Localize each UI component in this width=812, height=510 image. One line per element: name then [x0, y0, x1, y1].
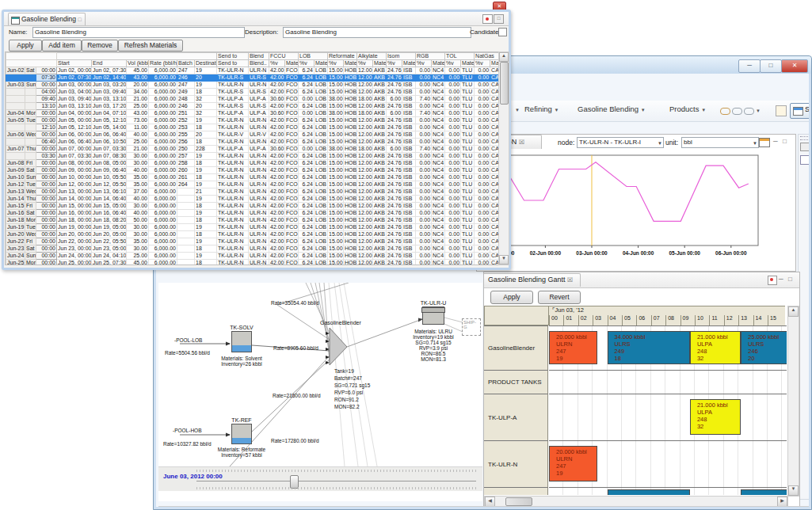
gantt-horizontal-scrollbar[interactable]: ◀ ▶ — [484, 496, 788, 507]
schedule-row[interactable]: Jun-06Wed00:00Jun 06, 00:00Jun 06, 06:40… — [6, 131, 501, 139]
gantt-revert-button[interactable]: Revert — [538, 291, 581, 304]
unit-select[interactable]: bbl▼ — [681, 137, 759, 148]
close-button[interactable]: ✕ — [781, 59, 808, 73]
gantt-row-track[interactable]: 21.000 kbblULPA24832 — [549, 394, 787, 440]
add-item-button[interactable]: Add item — [42, 40, 82, 51]
gantt-alert-icon[interactable] — [768, 276, 777, 285]
gantt-row-track[interactable] — [549, 487, 787, 495]
hour-cell: 04 — [608, 315, 622, 325]
schedule-row[interactable]: Jun-10Sun00:00Jun 10, 00:00Jun 10, 05:50… — [6, 174, 501, 181]
schedule-row[interactable]: Jun-15Fri00:00Jun 15, 00:00Jun 15, 05:00… — [6, 203, 501, 210]
gantt-row-track[interactable]: 20.000 kbblULRN24719 — [549, 440, 787, 487]
tab-gasoline-blending[interactable]: Gasoline Blending □ — [8, 13, 86, 25]
schedule-row[interactable]: 03:30Jun 07, 03:30Jun 07, 08:3030.006,00… — [6, 153, 501, 160]
schedule-row[interactable]: Jun-16Sat00:00Jun 16, 00:00Jun 16, 06:40… — [6, 210, 501, 217]
gantt-bar[interactable] — [608, 489, 690, 495]
gantt-apply-button[interactable]: Apply — [490, 291, 533, 304]
apply-button[interactable]: Apply — [9, 40, 42, 51]
tab-close-icon[interactable]: □ — [78, 17, 81, 22]
schedule-row[interactable]: Jun-13Wed00:00Jun 13, 00:00Jun 13, 06:10… — [6, 188, 501, 196]
ship-node[interactable]: SHIP-G — [462, 318, 481, 336]
schedule-row[interactable]: Jun-07Thu00:00Jun 07, 00:00Jun 07, 03:30… — [6, 146, 501, 153]
blender-info: Tank=19 — [334, 368, 354, 374]
maximize-view-icon[interactable]: □ — [494, 14, 504, 24]
link-2-icon[interactable] — [732, 108, 742, 115]
schedule-row[interactable]: Jun-25Mon00:00Jun 25, 00:00Jun 25, 07:30… — [6, 260, 501, 266]
schedule-row[interactable]: 12:10Jun 05, 12:10Jun 05, 14:0011.006,00… — [6, 124, 501, 131]
schedule-row[interactable]: Jun-12Tue00:00Jun 12, 00:00Jun 12, 05:50… — [6, 181, 501, 188]
gantt-bar[interactable]: 21.000 kbblULPA24832 — [690, 399, 741, 435]
link-icon[interactable] — [720, 108, 730, 115]
tank-info: MON=81.3 — [421, 356, 446, 362]
gantt-bar[interactable] — [741, 489, 787, 495]
minimize-view-icon[interactable]: ─ — [773, 138, 778, 146]
drag-handle-icon[interactable] — [800, 136, 808, 140]
name-input[interactable]: Gasoline Blending — [32, 27, 245, 38]
schedule-row[interactable]: Jun-03Sun00:00Jun 03, 00:00Jun 03, 03:20… — [6, 82, 501, 89]
menu-refining[interactable]: Refining ▼ — [524, 105, 558, 113]
schedule-table[interactable]: Send toBlendFCCULOBReformateAlkylateIsom… — [6, 52, 500, 265]
refresh-materials-button[interactable]: Refresh Materials — [118, 40, 183, 51]
menu-gasoline-blending[interactable]: Gasoline Blending ▼ — [578, 105, 646, 113]
minimize-button[interactable]: ─ — [738, 59, 761, 73]
link-3-icon[interactable] — [744, 108, 754, 115]
remove-button[interactable]: Remove — [82, 40, 118, 51]
maximize-view-icon[interactable]: □ — [788, 276, 792, 284]
schedule-row[interactable]: 13:10Jun 03, 13:10Jun 03, 17:2025.006,00… — [6, 103, 501, 110]
tank-shape[interactable] — [231, 331, 252, 352]
chart-svg: 22.00020.00018.00016.00014.00012.00010.0… — [477, 150, 794, 269]
schedule-row[interactable]: Jun-24Sun00:00Jun 24, 00:00Jun 24, 04:10… — [6, 253, 501, 260]
tank-shape[interactable] — [422, 306, 444, 325]
schedule-row[interactable]: Jun-05Tue00:00Jun 05, 00:00Jun 05, 12:10… — [6, 117, 501, 124]
gantt-vertical-scrollbar[interactable]: ▲ ▼ — [787, 306, 799, 497]
gantt-bar[interactable]: 20.000 kbblULRN24719 — [549, 331, 597, 364]
schedule-row[interactable]: 09:40Jun 03, 09:40Jun 03, 13:1021.006,00… — [6, 96, 501, 103]
schedule-row[interactable]: Jun-09Sat00:00Jun 09, 00:00Jun 09, 06:40… — [6, 167, 501, 174]
schedule-row[interactable]: 07:30Jun 02, 07:30Jun 02, 14:4043.006,00… — [6, 74, 501, 82]
schedule-row[interactable]: Jun-19Tue00:00Jun 19, 00:00Jun 19, 05:00… — [6, 224, 501, 231]
gantt-row-track[interactable] — [549, 370, 787, 394]
maximize-button[interactable]: □ — [760, 59, 782, 73]
schedule-row[interactable]: Jun-22Fri00:00Jun 22, 00:00Jun 22, 05:50… — [6, 238, 501, 245]
table-vertical-scrollbar[interactable]: ▲ ▼ — [498, 51, 509, 265]
schedule-row[interactable]: Jun-04Mon00:00Jun 04, 00:00Jun 04, 07:10… — [6, 110, 501, 117]
tab-close-icon[interactable]: ☒ — [519, 139, 524, 146]
schedule-row[interactable]: Jun-23Sat00:00Jun 23, 00:00Jun 23, 05:00… — [6, 245, 501, 253]
tank-info: Materials: ULRU — [414, 329, 452, 334]
gantt-row-track[interactable]: 20.000 kbblULRN2471934.000 kbblULRS24918… — [549, 325, 787, 370]
hour-cell: 09 — [680, 315, 695, 325]
show-table-icon[interactable] — [759, 138, 770, 147]
maximize-view-icon[interactable]: □ — [783, 138, 787, 146]
node-select[interactable]: TK-ULR-N - TK-ULR-I▼ — [577, 137, 664, 148]
candidate-checkbox[interactable] — [498, 28, 507, 36]
schedule-row[interactable]: Jun-08Fri00:00Jun 08, 00:00Jun 08, 05:00… — [6, 160, 501, 167]
gantt-bar[interactable]: 34.000 kbblULRS24918 — [608, 331, 690, 364]
link-dropdown-chevron-icon[interactable]: ▼ — [756, 108, 761, 113]
gantt-bar[interactable]: 25.000 kbblULRS24620 — [741, 331, 787, 364]
gantt-bar[interactable]: 20.000 kbblULRN24719 — [549, 446, 597, 481]
schedule-row[interactable]: 06:40Jun 06, 06:40Jun 06, 10:5025.006,00… — [6, 139, 501, 146]
node-select-chevron-icon: ▼ — [658, 139, 662, 148]
minimized-view-icon[interactable] — [800, 143, 809, 151]
tank-level — [232, 438, 251, 443]
minimize-view-icon[interactable]: ─ — [779, 276, 783, 284]
tab-close-icon[interactable]: ☒ — [567, 276, 573, 284]
slider-track[interactable] — [196, 481, 476, 481]
restore-view-icon[interactable] — [800, 155, 809, 165]
tank-shape[interactable] — [231, 424, 252, 444]
schedule-row[interactable]: Jun-20Wed00:00Jun 20, 00:00Jun 20, 05:00… — [6, 231, 501, 238]
view-menu-icon[interactable] — [482, 14, 493, 24]
schedule-row[interactable]: Jun-14Thu00:00Jun 14, 00:00Jun 14, 06:40… — [6, 196, 501, 203]
schedule-row[interactable]: 04:00Jun 03, 04:00Jun 03, 09:4034.006,00… — [6, 89, 501, 96]
tab-gantt[interactable]: Gasoline Blending Gantt ☒ — [484, 273, 581, 287]
new-scenario-icon[interactable] — [776, 105, 787, 116]
scenario-toggle-button[interactable]: Scenario — [790, 103, 809, 119]
schedule-row[interactable]: Jun-18Mon00:00Jun 18, 00:00Jun 18, 08:20… — [6, 217, 501, 224]
description-input[interactable]: Gasoline Blending — [283, 27, 471, 38]
svg-text:05-Jun 00:00: 05-Jun 00:00 — [669, 250, 701, 256]
gantt-bar[interactable]: 21.000 kbblULPA24832 — [690, 331, 741, 364]
menu-products[interactable]: Products ▼ — [669, 105, 706, 113]
clipped-menu-chevron-icon[interactable]: ▼ — [515, 108, 520, 112]
blend-schedule-table[interactable]: Send toBlendFCCULOBReformateAlkylateIsom… — [5, 51, 500, 265]
schedule-row[interactable]: Jun-02Sat00:00Jun 02, 00:00Jun 02, 07:30… — [6, 67, 501, 74]
